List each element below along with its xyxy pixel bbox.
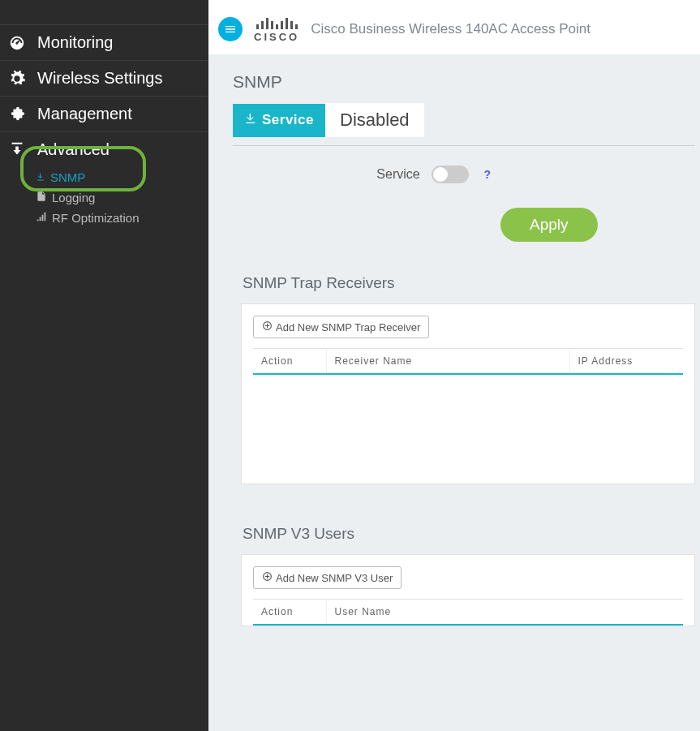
- plus-circle-icon: [262, 571, 273, 584]
- v3-col-action: Action: [253, 600, 326, 626]
- main-content: CISCO Cisco Business Wireless 140AC Acce…: [208, 0, 700, 731]
- cisco-logo: CISCO: [254, 15, 299, 43]
- service-tab[interactable]: Service: [233, 104, 325, 137]
- trap-col-receiver-name: Receiver Name: [326, 349, 569, 375]
- add-trap-receiver-button[interactable]: Add New SNMP Trap Receiver: [253, 316, 429, 338]
- add-trap-label: Add New SNMP Trap Receiver: [276, 321, 420, 333]
- cisco-logo-text: CISCO: [254, 31, 299, 43]
- sidebar-label: Management: [37, 105, 132, 123]
- sidebar-label: Monitoring: [37, 33, 113, 52]
- puzzle-icon: [6, 105, 28, 123]
- divider: [233, 145, 695, 146]
- gear-icon: [6, 70, 28, 88]
- trap-receivers-panel: Add New SNMP Trap Receiver Action Receiv…: [241, 303, 695, 484]
- service-row: Service Disabled: [233, 103, 700, 137]
- service-toggle-label: Service: [376, 167, 419, 182]
- topbar: CISCO Cisco Business Wireless 140AC Acce…: [208, 0, 700, 54]
- snmp-section: SNMP Service Disabled Service ? Apply SN…: [208, 54, 700, 626]
- plus-circle-icon: [262, 320, 273, 333]
- service-status: Disabled: [325, 103, 424, 137]
- sidebar: Monitoring Wireless Settings Management …: [0, 0, 208, 731]
- sidebar-sub-label: RF Optimization: [52, 211, 140, 225]
- download-icon: [6, 141, 28, 159]
- sidebar-sub-label: SNMP: [50, 170, 85, 184]
- download-arrow-icon: [244, 112, 257, 129]
- menu-toggle-button[interactable]: [218, 17, 243, 41]
- signal-icon: [36, 211, 47, 225]
- trap-col-action: Action: [253, 349, 326, 375]
- service-tab-label: Service: [262, 112, 314, 128]
- add-v3-label: Add New SNMP V3 User: [276, 572, 393, 584]
- v3-users-panel: Add New SNMP V3 User Action User Name: [241, 554, 695, 626]
- file-icon: [36, 191, 47, 204]
- sidebar-sub-rf-optimization[interactable]: RF Optimization: [0, 208, 208, 228]
- service-toggle-row: Service ?: [233, 166, 638, 183]
- sidebar-label: Wireless Settings: [37, 69, 163, 88]
- trap-table: Action Receiver Name IP Address: [253, 348, 683, 375]
- v3-table: Action User Name: [253, 599, 683, 626]
- sidebar-item-management[interactable]: Management: [0, 97, 208, 132]
- sidebar-sub-logging[interactable]: Logging: [0, 187, 208, 208]
- sidebar-sub-label: Logging: [52, 191, 95, 204]
- download-arrow-icon: [36, 170, 45, 184]
- apply-button[interactable]: Apply: [500, 208, 598, 242]
- v3-col-user-name: User Name: [326, 600, 683, 626]
- sidebar-label: Advanced: [37, 140, 110, 159]
- cisco-bars-icon: [256, 15, 298, 29]
- help-icon[interactable]: ?: [480, 167, 495, 182]
- sidebar-sub-snmp[interactable]: SNMP: [0, 167, 208, 187]
- trap-col-ip-address: IP Address: [569, 349, 683, 375]
- product-name: Cisco Business Wireless 140AC Access Poi…: [311, 21, 590, 37]
- service-toggle[interactable]: [432, 166, 469, 183]
- sidebar-item-monitoring[interactable]: Monitoring: [0, 24, 208, 61]
- sidebar-item-advanced[interactable]: Advanced: [0, 132, 208, 167]
- add-v3-user-button[interactable]: Add New SNMP V3 User: [253, 566, 402, 589]
- trap-table-body: [253, 375, 683, 472]
- gauge-icon: [6, 34, 28, 52]
- section-title-v3: SNMP V3 Users: [243, 525, 700, 543]
- section-title-trap: SNMP Trap Receivers: [243, 274, 700, 292]
- sidebar-item-wireless-settings[interactable]: Wireless Settings: [0, 61, 208, 97]
- section-title-snmp: SNMP: [233, 72, 700, 92]
